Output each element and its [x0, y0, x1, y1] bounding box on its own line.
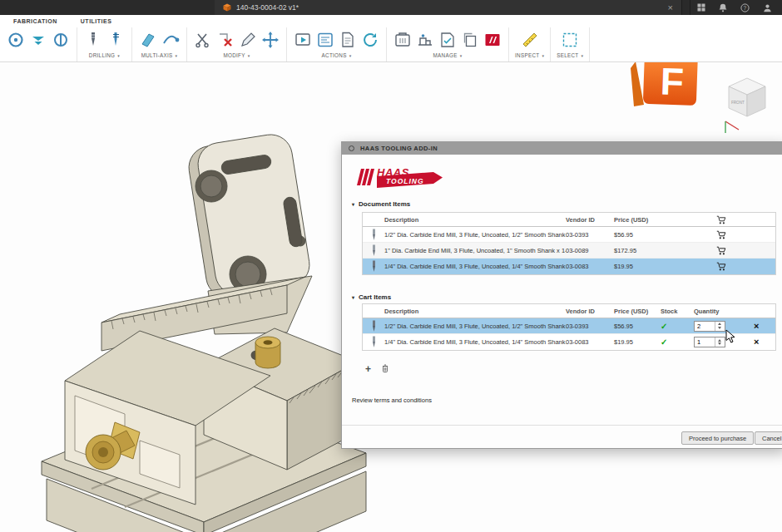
tap-icon[interactable]	[106, 30, 126, 50]
panel-handle-icon	[349, 145, 354, 151]
machine-library-icon[interactable]	[415, 30, 435, 50]
document-item-row[interactable]: 1" Dia. Carbide End Mill, 3 Flute, Uncoa…	[363, 243, 775, 259]
quantity-stepper[interactable]	[694, 337, 725, 347]
simulate-icon[interactable]	[293, 30, 313, 50]
panel-header[interactable]: HAAS TOOLING ADD-IN	[342, 142, 782, 155]
chevron-down-icon: ▾	[176, 53, 178, 58]
end-mill-icon	[363, 320, 384, 332]
quantity-spinner[interactable]	[715, 337, 723, 347]
measure-icon[interactable]	[520, 30, 540, 50]
3d-model-vise[interactable]	[17, 116, 374, 532]
multi-axis-contour-icon[interactable]	[161, 30, 181, 50]
in-stock-icon: ✓	[661, 337, 694, 347]
cart-actions: +	[365, 362, 389, 377]
toolbar-group-actions: ACTIONS▾	[287, 27, 387, 62]
view-cube[interactable]: FRONT	[722, 73, 772, 141]
document-item-row-selected[interactable]: 1/4" Dia. Carbide End Mill, 3 Flute, Unc…	[363, 259, 775, 274]
copy-icon[interactable]	[460, 30, 480, 50]
post-process-icon[interactable]	[315, 30, 335, 50]
end-mill-icon	[363, 244, 384, 257]
quantity-spinner[interactable]	[715, 322, 723, 331]
trim-toolpath-icon[interactable]	[193, 30, 213, 50]
swarf-icon[interactable]	[138, 30, 158, 50]
generate-toolpath-icon[interactable]	[360, 30, 380, 50]
turning-profile-icon[interactable]	[28, 30, 48, 50]
toolbar-group-label-drilling[interactable]: DRILLING▾	[89, 52, 120, 58]
toolbar-group-label-inspect[interactable]: INSPECT▾	[515, 52, 544, 58]
chevron-down-icon: ▾	[542, 53, 544, 58]
cart-item-row[interactable]: 1/4" Dia. Carbide End Mill, 3 Flute, Unc…	[363, 334, 775, 350]
add-to-cart-icon[interactable]	[667, 230, 775, 239]
footer-divider	[342, 425, 782, 426]
titlebar: 140-43-0004-02 v1* × ?	[0, 0, 782, 15]
account-icon[interactable]	[763, 3, 772, 12]
tab-utilities[interactable]: UTILITIES	[81, 18, 112, 24]
toolbar-group-label-select[interactable]: SELECT▾	[557, 52, 583, 58]
notification-bell-icon[interactable]	[719, 3, 727, 12]
chevron-down-icon: ▾	[349, 53, 352, 58]
toolbar-group-label-multi-axis[interactable]: MULTI-AXIS▾	[141, 52, 178, 58]
turning-groove-icon[interactable]	[51, 30, 71, 50]
add-to-cart-icon[interactable]	[667, 262, 775, 271]
tool-library-icon[interactable]	[393, 30, 413, 50]
svg-text:?: ?	[744, 4, 747, 10]
ribbon-tabs: FABRICATION UTILITIES	[0, 15, 782, 27]
quantity-stepper[interactable]	[694, 321, 725, 332]
document-item-row[interactable]: 1/2" Dia. Carbide End Mill, 3 Flute, Unc…	[363, 227, 775, 243]
toolbar-group-turning	[0, 27, 77, 62]
svg-text:FRONT: FRONT	[731, 101, 745, 105]
move-toolpath-icon[interactable]	[260, 30, 280, 50]
chevron-down-icon: ▾	[460, 53, 463, 58]
terms-link[interactable]: Review terms and conditions	[352, 397, 432, 404]
cancel-button[interactable]: Cancel	[755, 431, 782, 445]
document-tab-title: 140-43-0004-02 v1*	[236, 3, 299, 12]
haas-tooling-logo: HAAS TOOLING	[355, 162, 447, 195]
toolbar-group-multi-axis: MULTI-AXIS▾	[132, 27, 187, 62]
document-items-header-row: Description Vendor ID Price (USD)	[363, 213, 775, 227]
proceed-to-purchase-button[interactable]: Proceed to purchase	[681, 431, 754, 445]
toolbar-group-label-modify[interactable]: MODIFY▾	[223, 52, 250, 58]
delete-item-icon[interactable]	[381, 362, 389, 377]
in-stock-icon: ✓	[661, 322, 694, 331]
tab-close-icon[interactable]: ×	[668, 3, 673, 12]
add-item-icon[interactable]: +	[365, 364, 371, 374]
add-to-cart-icon[interactable]	[667, 246, 775, 255]
panel-title: HAAS TOOLING ADD-IN	[360, 145, 438, 152]
selection-box-icon[interactable]	[560, 30, 580, 50]
template-icon[interactable]	[438, 30, 458, 50]
help-icon[interactable]: ?	[740, 3, 750, 12]
haas-tooling-panel: HAAS TOOLING ADD-IN HAAS TOOLING ▾ Docum…	[341, 141, 782, 449]
document-tab[interactable]: 140-43-0004-02 v1* ×	[215, 0, 682, 15]
toolbar-group-label-manage[interactable]: MANAGE▾	[433, 52, 463, 58]
end-mill-icon	[363, 260, 384, 273]
apps-grid-icon[interactable]	[697, 3, 705, 12]
delete-toolpath-icon[interactable]	[215, 30, 235, 50]
document-items-table: Description Vendor ID Price (USD) 1/2" D…	[362, 212, 776, 275]
edit-toolpath-icon[interactable]	[238, 30, 258, 50]
collapse-triangle-icon: ▾	[352, 201, 354, 207]
turning-face-icon[interactable]	[6, 30, 26, 50]
cart-items-section-header[interactable]: ▾ Cart Items	[352, 293, 391, 301]
cart-items-table: Description Vendor ID Price (USD) Stock …	[362, 303, 776, 351]
end-mill-icon	[363, 229, 384, 241]
toolbar-group-label-actions[interactable]: ACTIONS▾	[322, 52, 352, 58]
document-items-section-header[interactable]: ▾ Document Items	[352, 200, 410, 208]
cart-items-header-row: Description Vendor ID Price (USD) Stock …	[363, 304, 775, 318]
document-cube-icon	[223, 0, 231, 15]
quantity-input[interactable]	[695, 323, 715, 330]
cart-item-row-selected[interactable]: 1/2" Dia. Carbide End Mill, 3 Flute, Unc…	[363, 318, 775, 334]
cart-header-icon[interactable]	[667, 215, 775, 224]
collapse-triangle-icon: ▾	[352, 294, 354, 300]
haas-tooling-icon[interactable]	[483, 30, 502, 50]
tab-fabrication[interactable]: FABRICATION	[13, 18, 57, 24]
toolbar-group-select: SELECT▾	[551, 27, 590, 62]
ribbon-toolbar: DRILLING▾ MULTI-AXIS▾	[0, 27, 782, 62]
svg-text:TOOLING: TOOLING	[386, 177, 424, 185]
remove-item-icon[interactable]: ×	[742, 322, 775, 331]
toolbar-group-modify: MODIFY▾	[187, 27, 287, 62]
chevron-down-icon: ▾	[117, 53, 120, 58]
drill-icon[interactable]	[83, 30, 103, 50]
remove-item-icon[interactable]: ×	[742, 337, 775, 347]
quantity-input[interactable]	[695, 338, 715, 346]
setup-sheet-icon[interactable]	[338, 30, 358, 50]
